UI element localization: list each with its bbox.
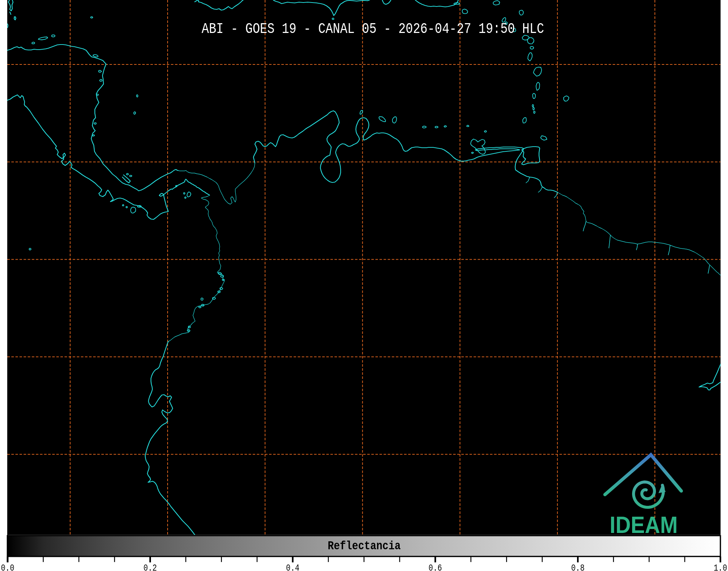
svg-text:ABI - GOES 19 - CANAL 05 - 202: ABI - GOES 19 - CANAL 05 - 2026-04-27 19… (202, 21, 544, 37)
svg-text:1.0: 1.0 (714, 563, 727, 571)
svg-text:0.8: 0.8 (571, 563, 585, 571)
svg-text:IDEAM: IDEAM (610, 512, 678, 538)
svg-text:0.6: 0.6 (429, 563, 442, 571)
svg-text:0.0: 0.0 (1, 563, 14, 571)
svg-text:0.2: 0.2 (143, 563, 157, 571)
svg-text:0.4: 0.4 (286, 563, 299, 571)
svg-text:Reflectancia: Reflectancia (328, 539, 400, 553)
